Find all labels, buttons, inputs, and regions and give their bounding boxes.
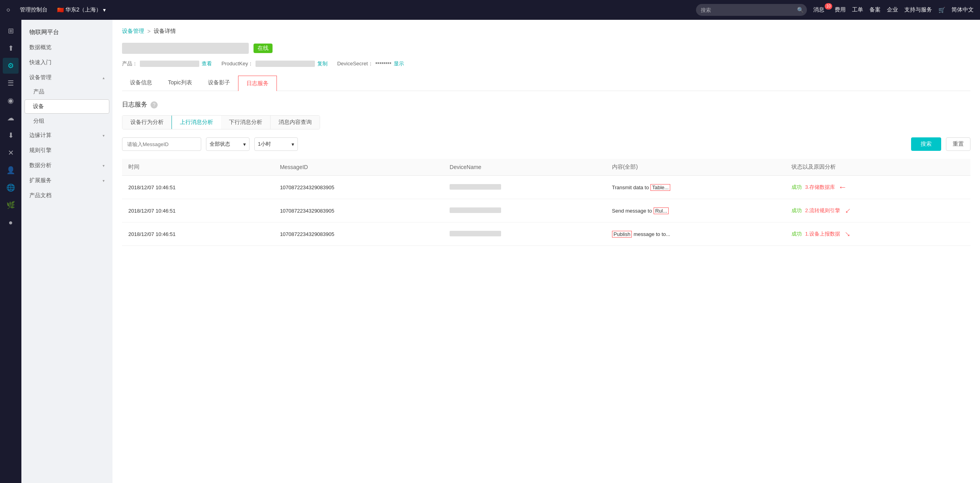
support-action[interactable]: 支持与服务 [904, 6, 932, 13]
sidebar-item-extensions[interactable]: 扩展服务 ▾ [21, 173, 112, 188]
sub-tab-downlink-msg[interactable]: 下行消息分析 [221, 116, 271, 129]
th-message-id: MessageID [274, 159, 443, 176]
td-msgid-2: 1070872234329083905 [274, 199, 443, 222]
sidebar-icon-cloud-upload[interactable]: ⬆ [3, 40, 19, 56]
table-row: 2018/12/07 10:46:51 1070872234329083905 … [122, 176, 970, 199]
help-icon[interactable]: ? [151, 101, 158, 108]
reason-1: 3.存储数据库 [805, 184, 835, 191]
time-filter-label: 1小时 [258, 141, 288, 148]
ticket-action[interactable]: 工单 [852, 6, 863, 13]
sidebar-sub-groups[interactable]: 分组 [21, 114, 112, 128]
content-keyword-2: Rul... [654, 207, 669, 214]
sidebar-sub-devices[interactable]: 设备 [25, 99, 109, 114]
region-selector[interactable]: 🇨🇳 华东2（上海） ▾ [54, 5, 109, 15]
search-button[interactable]: 搜索 [911, 137, 941, 151]
sidebar-item-rules[interactable]: 规则引擎 [21, 143, 112, 158]
sidebar-item-data-analysis-label: 数据分析 [29, 162, 51, 169]
search-bar: 🔍 [696, 4, 807, 16]
cost-action[interactable]: 费用 [835, 6, 846, 13]
reset-button[interactable]: 重置 [946, 137, 970, 151]
sidebar-icon-list[interactable]: ☰ [3, 75, 19, 91]
tab-device-shadow[interactable]: 设备影子 [200, 75, 238, 91]
data-table: 时间 MessageID DeviceName 内容(全部) 状态以及原因分析 … [122, 159, 970, 246]
sub-tab-uplink-msg[interactable]: 上行消息分析 [172, 115, 221, 129]
device-meta: 产品： 查看 ProductKey： 复制 DeviceSecret： ****… [122, 60, 970, 67]
td-content-1: Transmit data to Table... [606, 176, 786, 199]
record-action[interactable]: 备案 [869, 6, 881, 13]
sidebar-icon-cloud[interactable]: ☁ [3, 110, 19, 126]
tab-log-service[interactable]: 日志服务 [238, 76, 277, 91]
sidebar-item-extensions-label: 扩展服务 [29, 177, 51, 184]
content-prefix-2: Send message to [612, 208, 652, 214]
device-name [122, 43, 249, 54]
sidebar-icon-circle[interactable]: ● [3, 215, 19, 230]
td-time-2: 2018/12/07 10:46:51 [122, 199, 274, 222]
td-msgid-3: 1070872234329083905 [274, 222, 443, 246]
lang-selector[interactable]: 简体中文 [951, 6, 974, 13]
content-prefix-1: Transmit data to [612, 184, 649, 190]
chevron-down-icon-edge: ▾ [103, 133, 105, 138]
sidebar-item-quickstart[interactable]: 快速入门 [21, 55, 112, 70]
sidebar-icon-cross[interactable]: ✕ [3, 145, 19, 161]
device-name-blur-2 [450, 207, 501, 213]
sidebar-icon-download[interactable]: ⬇ [3, 127, 19, 143]
sidebar-item-edge[interactable]: 边缘计算 ▾ [21, 128, 112, 143]
th-time: 时间 [122, 159, 274, 176]
sidebar-icon-person[interactable]: 👤 [3, 162, 19, 178]
content-suffix-3: message to to... [633, 231, 670, 237]
sidebar-icon-iot[interactable]: ⚙ [3, 58, 19, 74]
sub-tab-msg-query[interactable]: 消息内容查询 [271, 116, 320, 129]
td-msgid-1: 1070872234329083905 [274, 176, 443, 199]
icon-sidebar: ⊞ ⬆ ⚙ ☰ ◉ ☁ ⬇ ✕ 👤 🌐 🌿 ● [0, 20, 21, 483]
td-time-3: 2018/12/07 10:46:51 [122, 222, 274, 246]
arrow-icon-1: ← [838, 182, 847, 192]
messages-action[interactable]: 消息 10 [813, 6, 828, 13]
tab-device-info[interactable]: 设备信息 [122, 75, 160, 91]
sidebar-sub-products[interactable]: 产品 [21, 85, 112, 99]
breadcrumb-link[interactable]: 设备管理 [122, 28, 144, 35]
top-nav-actions: 消息 10 费用 工单 备案 企业 支持与服务 🛒 简体中文 [813, 6, 974, 13]
status-filter-label: 全部状态 [210, 141, 240, 148]
reason-2: 2.流转规则引擎 [805, 207, 840, 214]
product-value [140, 61, 199, 67]
sidebar-item-overview[interactable]: 数据概览 [21, 40, 112, 55]
product-info: 产品： 查看 [122, 60, 212, 67]
td-device-3 [443, 222, 606, 246]
td-device-2 [443, 199, 606, 222]
sidebar-icon-leaf[interactable]: 🌿 [3, 197, 19, 213]
sidebar-item-device-mgmt[interactable]: 设备管理 ▴ [21, 70, 112, 85]
sidebar-icon-bug[interactable]: ◉ [3, 93, 19, 108]
enterprise-action[interactable]: 企业 [887, 6, 898, 13]
sidebar-icon-grid[interactable]: ⊞ [3, 23, 19, 39]
cart-icon[interactable]: 🛒 [938, 7, 945, 13]
status-success-1: 成功 [791, 184, 802, 191]
copy-link[interactable]: 复制 [317, 60, 328, 67]
region-chevron: ▾ [103, 7, 106, 13]
breadcrumb: 设备管理 > 设备详情 [122, 28, 970, 35]
sidebar-icon-globe[interactable]: 🌐 [3, 180, 19, 196]
chevron-down-icon-data: ▾ [103, 164, 105, 168]
message-id-input[interactable] [122, 137, 201, 151]
status-success-2: 成功 [791, 207, 802, 214]
view-link[interactable]: 查看 [202, 60, 212, 67]
messages-badge: 10 [825, 3, 832, 10]
product-key-info: ProductKey： 复制 [221, 60, 328, 67]
content-keyword-3: Publish [612, 231, 632, 238]
time-chevron-icon: ▾ [292, 141, 294, 147]
chevron-down-icon-ext: ▾ [103, 179, 105, 183]
sub-tab-device-behavior[interactable]: 设备行为分析 [122, 116, 172, 129]
breadcrumb-sep: > [147, 28, 151, 34]
td-content-2: Send message to Rul... [606, 199, 786, 222]
search-icon[interactable]: 🔍 [797, 7, 804, 13]
sidebar-item-data-analysis[interactable]: 数据分析 ▾ [21, 158, 112, 173]
sidebar-item-docs[interactable]: 产品文档 [21, 188, 112, 203]
section-title-text: 日志服务 [122, 101, 147, 109]
status-filter[interactable]: 全部状态 ▾ [206, 137, 250, 151]
filter-bar: 全部状态 ▾ 1小时 ▾ 搜索 重置 [122, 137, 970, 151]
search-input[interactable] [696, 4, 807, 16]
log-service-section: 日志服务 ? 设备行为分析 上行消息分析 下行消息分析 消息内容查询 全部状态 … [122, 101, 970, 246]
td-content-3: Publish message to to... [606, 222, 786, 246]
tab-topic-list[interactable]: Topic列表 [160, 75, 200, 91]
show-link[interactable]: 显示 [394, 60, 404, 67]
time-filter[interactable]: 1小时 ▾ [254, 137, 298, 151]
